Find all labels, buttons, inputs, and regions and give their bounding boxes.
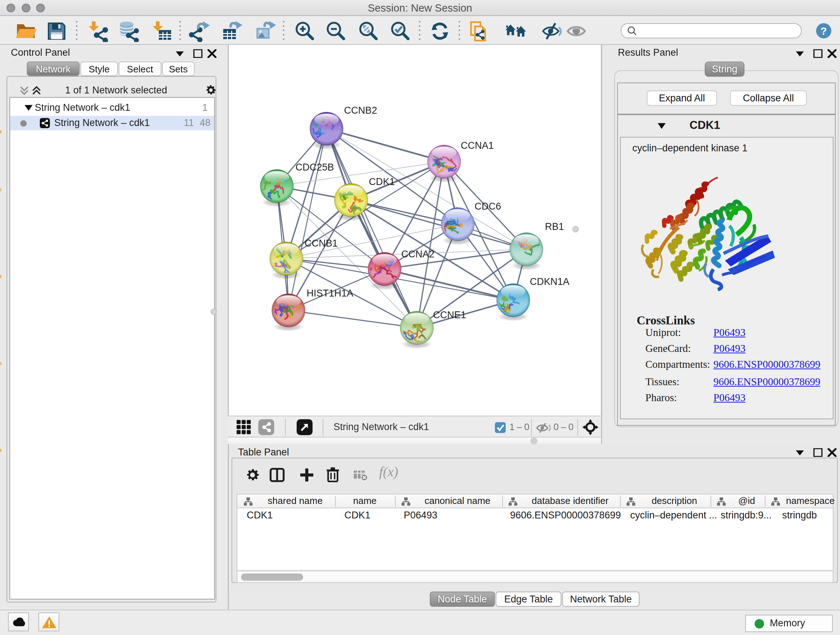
svg-text:CDK1: CDK1	[369, 176, 395, 187]
svg-text:CCNB1: CCNB1	[305, 238, 338, 249]
svg-text:CCNA1: CCNA1	[461, 140, 494, 151]
svg-text:CCNB2: CCNB2	[344, 105, 377, 116]
svg-text:RB1: RB1	[545, 221, 564, 232]
svg-text:CDKN1A: CDKN1A	[530, 276, 569, 287]
svg-text:CCNE1: CCNE1	[433, 310, 466, 320]
svg-text:CCNA2: CCNA2	[401, 249, 434, 260]
svg-text:HIST1H1A: HIST1H1A	[306, 288, 353, 299]
svg-text:CDC6: CDC6	[475, 201, 501, 212]
svg-text:CDC25B: CDC25B	[295, 162, 334, 173]
